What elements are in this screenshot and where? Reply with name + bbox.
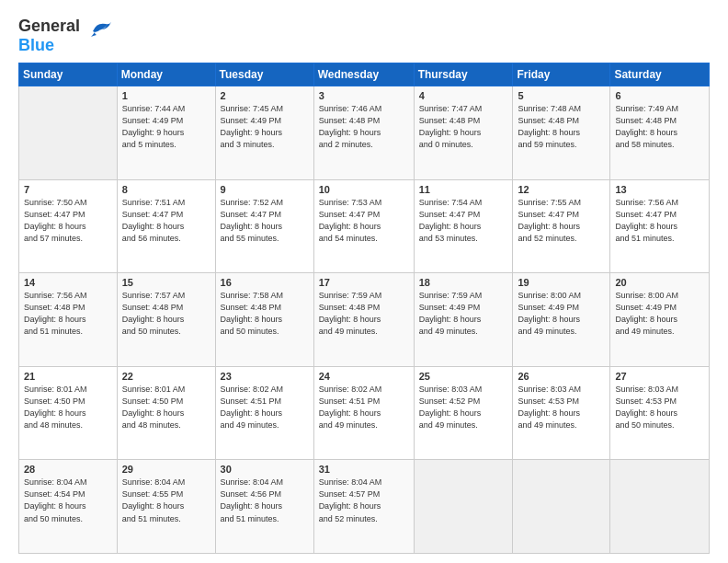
day-info: Sunrise: 7:47 AMSunset: 4:48 PMDaylight:… (419, 103, 508, 151)
day-number: 26 (518, 371, 605, 382)
page: GeneralBlue SundayMondayTuesdayWednesday… (0, 0, 728, 563)
day-of-week-header: Monday (117, 63, 215, 86)
calendar-cell: 7Sunrise: 7:50 AMSunset: 4:47 PMDaylight… (19, 179, 118, 273)
calendar-cell: 9Sunrise: 7:52 AMSunset: 4:47 PMDaylight… (215, 179, 313, 273)
calendar-week-row: 21Sunrise: 8:01 AMSunset: 4:50 PMDayligh… (19, 366, 710, 460)
header: GeneralBlue (18, 17, 710, 55)
day-info: Sunrise: 7:55 AMSunset: 4:47 PMDaylight:… (518, 197, 605, 245)
day-info: Sunrise: 8:04 AMSunset: 4:54 PMDaylight:… (24, 477, 112, 524)
day-info: Sunrise: 7:54 AMSunset: 4:47 PMDaylight:… (419, 197, 508, 245)
day-info: Sunrise: 7:56 AMSunset: 4:48 PMDaylight:… (24, 290, 112, 338)
day-number: 17 (319, 277, 409, 288)
calendar-cell: 11Sunrise: 7:54 AMSunset: 4:47 PMDayligh… (414, 179, 513, 273)
day-info: Sunrise: 8:03 AMSunset: 4:52 PMDaylight:… (419, 384, 508, 431)
day-number: 1 (122, 90, 210, 101)
day-number: 6 (615, 90, 704, 101)
day-info: Sunrise: 8:01 AMSunset: 4:50 PMDaylight:… (122, 384, 210, 431)
day-number: 31 (319, 464, 409, 475)
day-number: 29 (122, 464, 210, 475)
day-number: 22 (122, 371, 210, 382)
calendar-cell: 25Sunrise: 8:03 AMSunset: 4:52 PMDayligh… (414, 366, 513, 460)
calendar-week-row: 1Sunrise: 7:44 AMSunset: 4:49 PMDaylight… (19, 86, 710, 180)
calendar-cell: 12Sunrise: 7:55 AMSunset: 4:47 PMDayligh… (513, 179, 610, 273)
day-info: Sunrise: 7:58 AMSunset: 4:48 PMDaylight:… (221, 290, 309, 338)
calendar-cell: 10Sunrise: 7:53 AMSunset: 4:47 PMDayligh… (313, 179, 414, 273)
day-info: Sunrise: 7:45 AMSunset: 4:49 PMDaylight:… (221, 103, 309, 151)
calendar-cell: 24Sunrise: 8:02 AMSunset: 4:51 PMDayligh… (313, 366, 414, 460)
day-number: 7 (24, 184, 112, 195)
day-number: 5 (518, 90, 605, 101)
calendar-cell: 29Sunrise: 8:04 AMSunset: 4:55 PMDayligh… (117, 460, 215, 554)
day-number: 27 (615, 371, 704, 382)
calendar-cell (513, 460, 610, 554)
calendar-week-row: 28Sunrise: 8:04 AMSunset: 4:54 PMDayligh… (19, 460, 710, 554)
calendar-cell: 8Sunrise: 7:51 AMSunset: 4:47 PMDaylight… (117, 179, 215, 273)
day-number: 9 (221, 184, 309, 195)
day-info: Sunrise: 7:46 AMSunset: 4:48 PMDaylight:… (319, 103, 409, 151)
day-of-week-header: Saturday (610, 63, 710, 86)
day-number: 14 (24, 277, 112, 288)
calendar-cell: 20Sunrise: 8:00 AMSunset: 4:49 PMDayligh… (610, 273, 710, 367)
day-info: Sunrise: 7:50 AMSunset: 4:47 PMDaylight:… (24, 197, 112, 245)
calendar-cell: 26Sunrise: 8:03 AMSunset: 4:53 PMDayligh… (513, 366, 610, 460)
calendar-cell: 4Sunrise: 7:47 AMSunset: 4:48 PMDaylight… (414, 86, 513, 180)
day-info: Sunrise: 8:03 AMSunset: 4:53 PMDaylight:… (518, 384, 605, 431)
day-number: 4 (419, 90, 508, 101)
day-of-week-header: Sunday (19, 63, 118, 86)
day-info: Sunrise: 7:48 AMSunset: 4:48 PMDaylight:… (518, 103, 605, 151)
day-info: Sunrise: 8:02 AMSunset: 4:51 PMDaylight:… (221, 384, 309, 431)
day-info: Sunrise: 7:56 AMSunset: 4:47 PMDaylight:… (615, 197, 704, 245)
day-info: Sunrise: 8:04 AMSunset: 4:57 PMDaylight:… (319, 477, 409, 524)
day-of-week-header: Tuesday (215, 63, 313, 86)
day-info: Sunrise: 7:52 AMSunset: 4:47 PMDaylight:… (221, 197, 309, 245)
day-number: 24 (319, 371, 409, 382)
calendar-cell (19, 86, 118, 180)
logo-bird-icon (85, 17, 115, 46)
day-of-week-header: Wednesday (313, 63, 414, 86)
day-of-week-header: Thursday (414, 63, 513, 86)
day-number: 23 (221, 371, 309, 382)
day-number: 20 (615, 277, 704, 288)
calendar-week-row: 14Sunrise: 7:56 AMSunset: 4:48 PMDayligh… (19, 273, 710, 367)
day-number: 2 (221, 90, 309, 101)
calendar-cell: 16Sunrise: 7:58 AMSunset: 4:48 PMDayligh… (215, 273, 313, 367)
logo: GeneralBlue (18, 17, 115, 55)
calendar-cell: 27Sunrise: 8:03 AMSunset: 4:53 PMDayligh… (610, 366, 710, 460)
day-info: Sunrise: 7:51 AMSunset: 4:47 PMDaylight:… (122, 197, 210, 245)
day-number: 18 (419, 277, 508, 288)
calendar-table: SundayMondayTuesdayWednesdayThursdayFrid… (18, 63, 710, 554)
day-number: 16 (221, 277, 309, 288)
day-info: Sunrise: 8:00 AMSunset: 4:49 PMDaylight:… (518, 290, 605, 338)
calendar-cell: 22Sunrise: 8:01 AMSunset: 4:50 PMDayligh… (117, 366, 215, 460)
calendar-cell: 2Sunrise: 7:45 AMSunset: 4:49 PMDaylight… (215, 86, 313, 180)
day-number: 13 (615, 184, 704, 195)
calendar-cell: 13Sunrise: 7:56 AMSunset: 4:47 PMDayligh… (610, 179, 710, 273)
calendar-cell (414, 460, 513, 554)
day-info: Sunrise: 8:02 AMSunset: 4:51 PMDaylight:… (319, 384, 409, 431)
calendar-cell: 30Sunrise: 8:04 AMSunset: 4:56 PMDayligh… (215, 460, 313, 554)
calendar: SundayMondayTuesdayWednesdayThursdayFrid… (18, 63, 710, 554)
calendar-cell: 19Sunrise: 8:00 AMSunset: 4:49 PMDayligh… (513, 273, 610, 367)
day-number: 19 (518, 277, 605, 288)
day-info: Sunrise: 7:59 AMSunset: 4:49 PMDaylight:… (419, 290, 508, 338)
day-info: Sunrise: 7:59 AMSunset: 4:48 PMDaylight:… (319, 290, 409, 338)
calendar-cell: 21Sunrise: 8:01 AMSunset: 4:50 PMDayligh… (19, 366, 118, 460)
day-number: 11 (419, 184, 508, 195)
calendar-cell: 1Sunrise: 7:44 AMSunset: 4:49 PMDaylight… (117, 86, 215, 180)
day-number: 10 (319, 184, 409, 195)
calendar-cell: 5Sunrise: 7:48 AMSunset: 4:48 PMDaylight… (513, 86, 610, 180)
calendar-cell: 17Sunrise: 7:59 AMSunset: 4:48 PMDayligh… (313, 273, 414, 367)
day-of-week-header: Friday (513, 63, 610, 86)
calendar-cell: 18Sunrise: 7:59 AMSunset: 4:49 PMDayligh… (414, 273, 513, 367)
day-info: Sunrise: 7:49 AMSunset: 4:48 PMDaylight:… (615, 103, 704, 151)
calendar-cell: 3Sunrise: 7:46 AMSunset: 4:48 PMDaylight… (313, 86, 414, 180)
day-number: 12 (518, 184, 605, 195)
calendar-cell: 6Sunrise: 7:49 AMSunset: 4:48 PMDaylight… (610, 86, 710, 180)
calendar-header-row: SundayMondayTuesdayWednesdayThursdayFrid… (19, 63, 710, 86)
day-info: Sunrise: 7:57 AMSunset: 4:48 PMDaylight:… (122, 290, 210, 338)
day-info: Sunrise: 8:04 AMSunset: 4:56 PMDaylight:… (221, 477, 309, 524)
calendar-cell: 23Sunrise: 8:02 AMSunset: 4:51 PMDayligh… (215, 366, 313, 460)
day-number: 21 (24, 371, 112, 382)
day-info: Sunrise: 8:00 AMSunset: 4:49 PMDaylight:… (615, 290, 704, 338)
day-number: 25 (419, 371, 508, 382)
